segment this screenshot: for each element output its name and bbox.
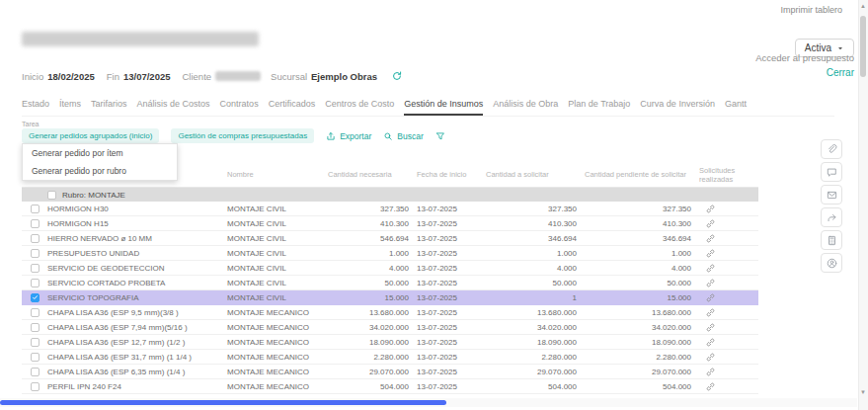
row-checkbox[interactable] [31,264,39,273]
group-row[interactable]: Rubro: MONTAJE [22,188,758,202]
export-label: Exportar [340,131,371,141]
solicitudes-link-icon[interactable] [699,307,758,318]
table-row[interactable]: CHAPA LISA A36 (ESP 31,7 mm) (1 1/4 )MON… [22,350,758,365]
generate-grouped-orders-button[interactable]: Generar pedidos agrupados (inicio) [22,128,159,143]
tab-plan-de-trabajo[interactable]: Plan de Trabajo [568,99,630,116]
cell-cantidad-pendiente: 346.694 [585,234,699,243]
row-checkbox[interactable] [31,353,39,362]
menu-item-generar-pedido-por-item[interactable]: Generar pedido por ítem [23,144,177,162]
table-row[interactable]: CHAPA LISA A36 (ESP 9,5 mm)(3/8 )MONTAJE… [22,305,758,320]
cell-fecha-inicio: 13-07-2025 [417,205,486,213]
side-tool-attachment[interactable] [821,139,842,159]
table-row[interactable]: HIERRO NERVADO ø 10 MMMONTAJE CIVIL546.6… [22,231,758,246]
table-row[interactable]: HORMIGON H15MONTAJE CIVIL410.30013-07-20… [22,216,758,231]
group-checkbox[interactable] [47,191,56,200]
cell-recurso: CHAPA LISA A36 (ESP 7,94 mm)(5/16 ) [47,323,227,332]
tab-analisis-de-costos[interactable]: Análisis de Costos [137,99,210,116]
row-checkbox[interactable] [31,279,39,287]
tab-curva-de-inversion[interactable]: Curva de Inversión [640,99,715,116]
solicitudes-link-icon[interactable] [699,367,758,377]
solicitudes-link-icon[interactable] [699,218,758,229]
row-checkbox[interactable] [31,308,39,317]
cell-cantidad-pendiente: 50.000 [585,279,699,287]
access-budget-link[interactable]: Acceder al presupuesto [755,52,854,63]
column-header-cantidad-a-solicitar[interactable]: Cantidad a solicitar [486,171,585,180]
solicitudes-link-icon[interactable] [699,248,758,259]
column-header-cantidad-pendiente-de-solicitar[interactable]: Cantidad pendiente de solicitar [585,171,699,180]
side-tool-comment[interactable] [821,162,842,182]
solicitudes-link-icon[interactable] [699,292,758,303]
solicitudes-link-icon[interactable] [699,204,758,214]
table-row[interactable]: SERVICIO TOPOGRAFIAMONTAJE CIVIL15.00013… [22,290,758,305]
print-board-button[interactable]: Imprimir tablero [780,5,842,15]
search-button[interactable]: Buscar [383,130,423,141]
menu-item-generar-pedido-por-rubro[interactable]: Generar pedido por rubro [23,162,177,180]
solicitudes-link-icon[interactable] [699,278,758,288]
table-row[interactable]: PRESUPUESTO UNIDADMONTAJE CIVIL1.00013-0… [22,246,758,261]
solicitudes-link-icon[interactable] [699,337,758,348]
sucursal-label: Sucursal [271,71,307,82]
tab-analisis-de-obra[interactable]: Análisis de Obra [493,99,558,116]
row-checkbox[interactable] [31,323,39,332]
row-checkbox[interactable] [31,368,39,376]
scroll-down-arrow[interactable]: ▼ [858,389,868,395]
side-tool-mail[interactable] [821,185,842,205]
table-row[interactable]: CHAPA LISA A36 (ESP 7,94 mm)(5/16 )MONTA… [22,320,758,335]
solicitudes-link-icon[interactable] [699,322,758,333]
filter-button[interactable] [435,130,445,141]
row-checkbox[interactable] [31,382,39,391]
cell-fecha-inicio: 13-07-2025 [417,338,486,347]
cell-cantidad-necesaria: 34.020.000 [328,323,417,332]
solicitudes-link-icon[interactable] [699,233,758,244]
vertical-scrollbar[interactable]: ▲ ▼ [858,0,868,410]
row-checkbox[interactable] [31,338,39,347]
solicitudes-link-icon[interactable] [699,352,758,363]
tab-tarifarios[interactable]: Tarifarios [91,99,127,116]
row-checkbox[interactable] [31,249,39,258]
column-header-solicitudes-realizadas[interactable]: Solicitudes realizadas [699,167,758,184]
row-checkbox[interactable] [31,219,39,228]
tab-items[interactable]: Ítems [59,99,81,116]
row-checkbox[interactable] [31,234,39,243]
side-tool-support[interactable] [821,253,842,273]
row-checkbox[interactable] [31,293,39,302]
column-header-nombre[interactable]: Nombre [227,171,328,180]
table-row[interactable]: HORMIGON H30MONTAJE CIVIL327.35013-07-20… [22,202,758,216]
cliente-label: Cliente [182,71,211,82]
row-checkbox[interactable] [31,205,39,213]
tab-centros-de-costo[interactable]: Centros de Costo [325,99,394,116]
vertical-scroll-thumb[interactable] [860,16,866,77]
comment-icon [827,163,837,181]
table-row[interactable]: SERVICIO CORTADO PROBETAMONTAJE CIVIL50.… [22,276,758,290]
refresh-button[interactable] [391,70,403,82]
table-row[interactable]: SERVICIO DE GEODETECCIONMONTAJE CIVIL4.0… [22,261,758,276]
cell-fecha-inicio: 13-07-2025 [417,264,486,273]
mail-icon [827,186,837,204]
tab-contratos[interactable]: Contratos [220,99,259,116]
tab-estado[interactable]: Estado [22,99,49,116]
table-row[interactable]: CHAPA LISA A36 (ESP 6,35 mm) (1/4 )MONTA… [22,365,758,379]
export-button[interactable]: Exportar [326,130,371,141]
tab-gestion-de-insumos[interactable]: Gestión de Insumos [404,99,483,116]
solicitudes-link-icon[interactable] [699,263,758,274]
tab-gantt[interactable]: Gantt [725,99,747,116]
side-tool-forward[interactable] [821,207,842,227]
column-header-cantidad-necesaria[interactable]: Cantidad necesaria [328,171,417,180]
table-row[interactable]: PERFIL IPN 240 F24MONTAJE MECANICO504.00… [22,379,758,394]
side-toolbar [821,139,842,273]
cell-nombre: MONTAJE CIVIL [227,234,328,243]
cell-recurso: CHAPA LISA A36 (ESP 6,35 mm) (1/4 ) [47,368,227,376]
close-link[interactable]: Cerrar [827,67,854,78]
solicitudes-link-icon[interactable] [699,381,758,392]
calculator-icon [827,231,837,249]
horizontal-scrollbar[interactable] [0,398,857,407]
budgeted-purchases-button[interactable]: Gestión de compras presupuestadas [171,128,314,143]
horizontal-scroll-thumb[interactable] [0,400,446,405]
cell-nombre: MONTAJE CIVIL [227,219,328,228]
generate-grouped-orders-label: Generar pedidos agrupados (inicio) [29,131,152,140]
scroll-up-arrow[interactable]: ▲ [858,3,868,9]
side-tool-calculator[interactable] [821,230,842,250]
table-row[interactable]: CHAPA LISA A36 (ESP 12,7 mm) (1/2 )MONTA… [22,335,758,350]
column-header-fecha-de-inicio[interactable]: Fecha de inicio [417,171,486,180]
tab-certificados[interactable]: Certificados [269,99,316,116]
